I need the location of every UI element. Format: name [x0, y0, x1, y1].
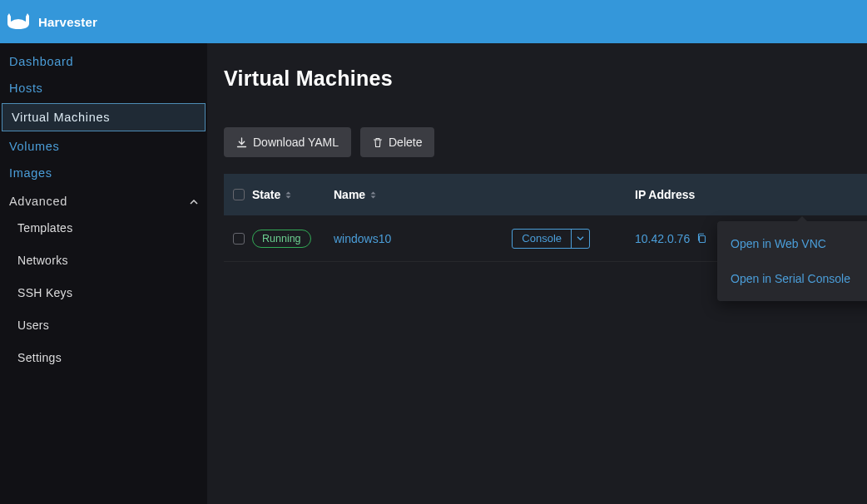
sidebar-advanced-children: Templates Networks SSH Keys Users Settin… [0, 214, 207, 374]
sidebar-item-settings[interactable]: Settings [17, 342, 207, 374]
vm-table: State Name IP Address [224, 174, 867, 262]
download-yaml-button[interactable]: Download YAML [224, 127, 351, 157]
copy-icon[interactable] [696, 233, 707, 244]
sidebar-section-label: Advanced [9, 195, 67, 208]
column-name-label: Name [334, 188, 365, 201]
header-bar: Harvester [0, 0, 867, 43]
sidebar-item-images[interactable]: Images [0, 160, 207, 186]
column-state-label: State [252, 188, 280, 201]
select-all-checkbox[interactable] [233, 189, 245, 200]
row-checkbox[interactable] [233, 233, 245, 245]
sidebar-item-virtual-machines[interactable]: Virtual Machines [2, 103, 206, 131]
delete-button[interactable]: Delete [360, 127, 434, 157]
sidebar-item-templates[interactable]: Templates [17, 214, 207, 245]
sort-icon [370, 191, 376, 199]
column-header-state[interactable]: State [252, 188, 334, 201]
dropdown-item-web-vnc[interactable]: Open in Web VNC [717, 226, 867, 261]
bull-icon [5, 12, 32, 31]
sidebar: Dashboard Hosts Virtual Machines Volumes… [0, 43, 207, 504]
chevron-up-icon [190, 196, 198, 206]
download-icon [236, 137, 247, 148]
svg-rect-0 [700, 236, 706, 243]
toolbar: Download YAML Delete [224, 127, 867, 157]
table-header: State Name IP Address [224, 174, 867, 215]
brand-logo: Harvester [5, 12, 97, 31]
brand-name: Harvester [38, 15, 97, 29]
sidebar-item-volumes[interactable]: Volumes [0, 133, 207, 160]
column-ip-label: IP Address [635, 188, 695, 201]
sidebar-section-advanced[interactable]: Advanced [0, 189, 207, 214]
download-yaml-label: Download YAML [253, 136, 339, 149]
console-button[interactable]: Console [513, 230, 571, 248]
sort-icon [285, 191, 291, 199]
page-title: Virtual Machines [224, 67, 867, 91]
sidebar-item-ssh-keys[interactable]: SSH Keys [17, 277, 207, 309]
sidebar-item-networks[interactable]: Networks [17, 245, 207, 277]
sidebar-item-hosts[interactable]: Hosts [0, 75, 207, 101]
chevron-down-icon [577, 236, 584, 240]
vm-name-link[interactable]: windows10 [334, 232, 391, 245]
sidebar-item-dashboard[interactable]: Dashboard [0, 48, 207, 75]
trash-icon [373, 137, 383, 148]
delete-label: Delete [389, 136, 422, 149]
console-dropdown-menu: Open in Web VNC Open in Serial Console [717, 221, 867, 301]
main-content: Virtual Machines Download YAML Delete St… [207, 43, 867, 504]
console-dropdown-toggle[interactable] [571, 230, 589, 248]
dropdown-item-serial-console[interactable]: Open in Serial Console [717, 261, 867, 296]
ip-address: 10.42.0.76 [635, 232, 690, 245]
state-badge: Running [252, 230, 311, 248]
column-header-ip[interactable]: IP Address [635, 188, 867, 201]
sidebar-item-users[interactable]: Users [17, 309, 207, 342]
console-button-group: Console [512, 229, 590, 249]
column-header-name[interactable]: Name [334, 188, 635, 201]
